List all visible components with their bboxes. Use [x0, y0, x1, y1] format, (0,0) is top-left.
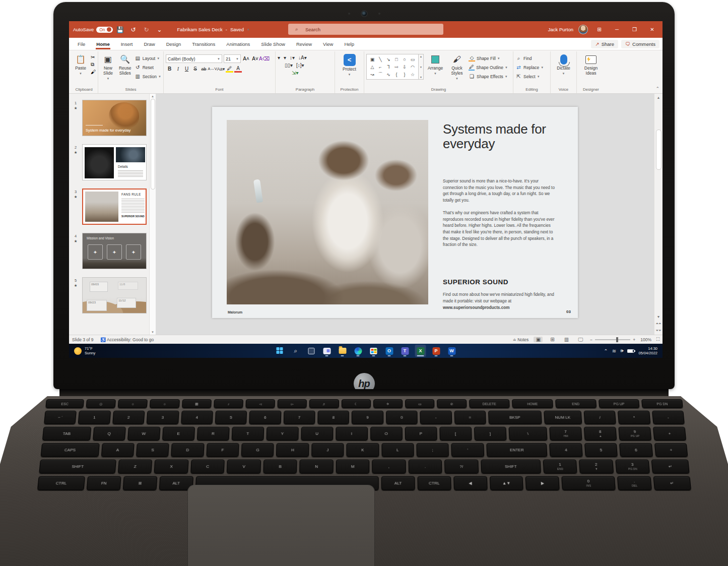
autosave-toggle[interactable]: AutoSave On: [73, 27, 113, 33]
thumbnail-scrollbar[interactable]: ▲▼: [149, 94, 156, 335]
design-ideas-button[interactable]: Design Ideas: [581, 52, 601, 76]
avatar[interactable]: [578, 25, 588, 34]
comments-button[interactable]: 🗨Comments: [621, 40, 659, 48]
character-spacing-icon[interactable]: A↔V: [209, 65, 216, 73]
taskbar-start-icon[interactable]: [275, 345, 286, 357]
cut-icon[interactable]: ✂: [91, 54, 96, 60]
share-button[interactable]: ↗Share: [591, 40, 618, 48]
previous-slide-icon[interactable]: ⏶⏶: [655, 322, 661, 326]
select-button[interactable]: ⇱Select▼: [515, 73, 548, 80]
quick-access-more-icon[interactable]: ⌄: [154, 25, 165, 35]
tab-review[interactable]: Review: [291, 39, 317, 49]
redo-icon[interactable]: ↻: [141, 25, 152, 35]
tab-help[interactable]: Help: [339, 39, 360, 49]
taskbar-teams-icon[interactable]: T: [400, 345, 411, 357]
shape-icon[interactable]: Ꞁ: [384, 63, 392, 71]
shape-outline-button[interactable]: 🖉Shape Outline▼: [469, 64, 508, 71]
tab-transitions[interactable]: Transitions: [186, 39, 221, 49]
format-painter-icon[interactable]: 🖌: [91, 69, 96, 75]
strikethrough2-button[interactable]: ab: [200, 65, 208, 73]
wifi-icon[interactable]: ≋: [612, 348, 616, 354]
shape-icon[interactable]: ▭: [409, 55, 417, 63]
font-family-select[interactable]: Calibri (Body)▼: [166, 54, 222, 63]
close-icon[interactable]: ✕: [646, 24, 658, 35]
arrange-button[interactable]: Arrange▼: [425, 52, 445, 76]
copy-icon[interactable]: ⧉: [91, 61, 96, 68]
text-highlight-icon[interactable]: 🖉: [226, 65, 233, 73]
shape-icon[interactable]: {: [392, 71, 401, 78]
taskbar-file-explorer-icon[interactable]: [337, 345, 348, 357]
tab-insert[interactable]: Insert: [115, 39, 139, 49]
volume-icon[interactable]: 🕪: [620, 348, 623, 354]
notes-button[interactable]: ≐ Notes: [513, 337, 529, 342]
canvas-scrollbar[interactable]: ▲ ▼ ⏶⏶ ⏷⏷: [654, 94, 663, 335]
shape-effects-button[interactable]: ❏Shape Effects▼: [469, 73, 508, 80]
change-case-button[interactable]: Aa▾: [217, 65, 225, 73]
slide-subheading[interactable]: SUPERIOR SOUND: [443, 278, 508, 286]
protect-button[interactable]: < Protect▼: [340, 52, 360, 77]
taskbar-task-view-icon[interactable]: [306, 345, 317, 357]
shape-icon[interactable]: △: [368, 63, 376, 71]
tab-view[interactable]: View: [317, 39, 339, 49]
bullets-icon[interactable]: ▾: [278, 55, 280, 60]
strikethrough-button[interactable]: S: [191, 65, 199, 73]
shape-icon[interactable]: □: [392, 55, 401, 63]
shape-icon[interactable]: ◠: [409, 63, 417, 71]
slide-thumbnail-1[interactable]: System made for everyday: [82, 100, 147, 136]
tab-slide-show[interactable]: Slide Show: [255, 39, 291, 49]
battery-icon[interactable]: [627, 349, 634, 353]
taskbar-outlook-icon[interactable]: O: [384, 345, 395, 357]
taskbar-store-icon[interactable]: [368, 345, 379, 357]
find-button[interactable]: ⌕Find: [515, 54, 548, 62]
scroll-up-icon[interactable]: ▲: [151, 95, 154, 98]
tab-file[interactable]: File: [72, 39, 91, 49]
line-spacing-icon[interactable]: ↕▾: [290, 55, 295, 60]
zoom-handle[interactable]: [616, 337, 618, 342]
layout-button[interactable]: ▤Layout▼: [135, 54, 161, 62]
reuse-slides-button[interactable]: 🔍 Reuse Slides: [117, 52, 133, 76]
dictate-button[interactable]: Dictate▼: [554, 52, 574, 76]
align-text-icon[interactable]: [↕]▾: [296, 62, 304, 68]
shape-icon[interactable]: ↝: [368, 71, 376, 78]
taskbar-edge-icon[interactable]: [353, 345, 364, 357]
shape-icon[interactable]: ⌐: [376, 63, 384, 71]
smartart-convert-icon[interactable]: ⇲▾: [292, 70, 298, 76]
clock[interactable]: 14:30 05/04/2022: [638, 346, 657, 356]
scroll-down-icon[interactable]: ▼: [151, 331, 154, 334]
tray-chevron-icon[interactable]: ⌃: [604, 348, 608, 354]
replace-button[interactable]: ⇄Replace▼: [515, 64, 548, 71]
undo-icon[interactable]: ↺: [128, 25, 139, 35]
tab-draw[interactable]: Draw: [138, 39, 160, 49]
zoom-level[interactable]: 100%: [640, 337, 651, 342]
shape-icon[interactable]: ╲: [376, 55, 384, 63]
slide-sorter-view-icon[interactable]: ⊞: [548, 337, 557, 342]
numbering-icon[interactable]: ▾: [284, 55, 286, 60]
clear-formatting-icon[interactable]: A⌫: [260, 55, 268, 62]
shape-icon[interactable]: ⇩: [401, 63, 409, 71]
slide-thumbnail-5[interactable]: 09/0311/809/2311/12: [82, 277, 147, 313]
scroll-down-icon[interactable]: ▼: [657, 315, 660, 319]
section-button[interactable]: ▥Section▼: [135, 73, 161, 80]
taskbar-word-icon[interactable]: W: [446, 345, 457, 357]
tab-home[interactable]: Home: [91, 39, 115, 49]
taskbar-powerpoint-icon[interactable]: P: [431, 345, 442, 357]
slide-thumbnail-2[interactable]: Details: [82, 144, 147, 180]
shrink-font-icon[interactable]: A˅: [251, 55, 259, 62]
shape-icon[interactable]: ▣: [368, 55, 376, 63]
slide-thumbnail-4[interactable]: Mission and Vision✦✦✦: [82, 233, 147, 269]
zoom-slider[interactable]: − +: [590, 337, 635, 342]
document-title[interactable]: Fabrikam Sales Deck - Saved ▼: [177, 27, 250, 32]
shape-icon[interactable]: }: [401, 71, 409, 78]
scroll-up-icon[interactable]: ▲: [657, 96, 660, 99]
reset-button[interactable]: ↺Reset: [135, 64, 161, 71]
restore-icon[interactable]: ❐: [628, 24, 641, 35]
paste-button[interactable]: 📋 Paste ▼: [72, 52, 89, 76]
shape-icon[interactable]: ∿: [384, 71, 392, 78]
slide-cta-link[interactable]: www.superiorsoundproducts.com: [443, 305, 510, 310]
font-color-icon[interactable]: A: [234, 65, 242, 73]
minimize-icon[interactable]: ─: [611, 24, 623, 35]
user-name[interactable]: Jack Purton: [548, 27, 573, 32]
zoom-in-icon[interactable]: +: [633, 337, 635, 342]
slide-counter[interactable]: Slide 3 of 9: [72, 337, 94, 342]
slide-editing-surface[interactable]: Systems made for everyday Superior sound…: [212, 107, 578, 318]
